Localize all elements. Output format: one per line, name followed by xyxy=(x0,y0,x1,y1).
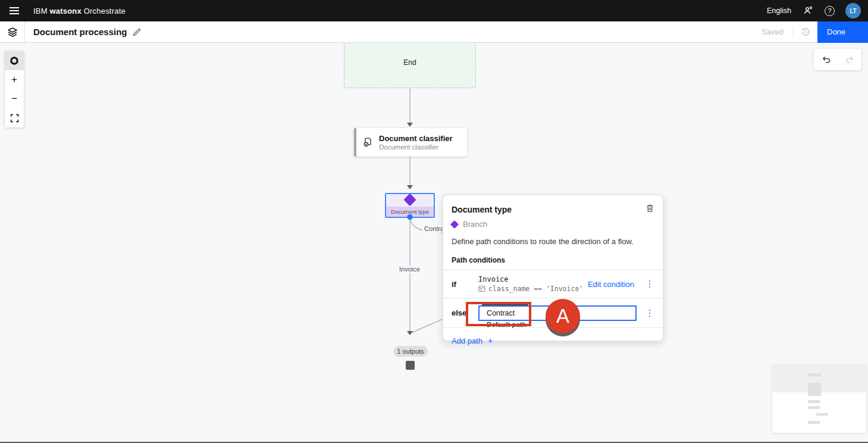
terminal-node[interactable] xyxy=(406,361,415,370)
document-classifier-icon xyxy=(362,137,373,148)
undo-redo-card xyxy=(814,49,861,70)
classifier-node-subtitle: Document classifier xyxy=(379,143,453,151)
panel-title: Document type xyxy=(452,205,512,214)
undo-button[interactable] xyxy=(817,51,834,68)
path-conditions-heading: Path conditions xyxy=(452,256,654,264)
branch-properties-panel: Document type Branch Define path conditi… xyxy=(443,195,663,341)
if-condition-row: if Invoice class_name == 'Invoice' Edit … xyxy=(443,270,663,298)
zoom-out-button[interactable]: − xyxy=(5,89,24,108)
panel-description: Define path conditions to route the dire… xyxy=(452,237,654,246)
else-overflow-menu-icon[interactable]: ⋮ xyxy=(645,308,654,319)
account-settings-button[interactable] xyxy=(802,5,814,17)
edge-label-invoice: Invoice xyxy=(397,266,422,273)
minimap-node xyxy=(808,373,821,376)
else-path-name-input[interactable] xyxy=(478,305,637,321)
saved-status-button: Saved xyxy=(752,27,793,36)
else-path-name-wrap: Default path A xyxy=(478,305,637,321)
else-keyword: else xyxy=(452,308,478,317)
minimap-node xyxy=(816,413,828,416)
layers-icon xyxy=(7,26,18,38)
classifier-node[interactable]: Document classifier Document classifier xyxy=(354,128,467,157)
page-title: Document processing xyxy=(33,27,127,37)
done-button[interactable]: Done xyxy=(817,21,868,43)
node-type-label: Branch xyxy=(463,220,487,229)
else-condition-row: else Default path A ⋮ xyxy=(443,298,663,328)
brand-prefix: IBM xyxy=(33,7,48,15)
default-path-underlay-label: Default path xyxy=(487,321,526,328)
end-node-label: End xyxy=(344,58,476,67)
flow-canvas[interactable]: End Document classifier Document classif… xyxy=(0,43,868,442)
delete-node-button[interactable] xyxy=(645,204,654,213)
add-path-link[interactable]: Add path xyxy=(452,336,482,345)
classifier-node-texts: Document classifier Document classifier xyxy=(379,134,453,151)
app-window: IBM watsonx Orchestrate English ? LT Doc… xyxy=(0,0,868,443)
brand-suffix: Orchestrate xyxy=(84,7,126,15)
language-selector[interactable]: English xyxy=(767,7,791,15)
branch-node[interactable]: Document type xyxy=(385,193,435,218)
branch-diamond-icon xyxy=(403,194,416,206)
edit-condition-link[interactable]: Edit condition xyxy=(588,280,634,289)
fit-to-screen-icon xyxy=(10,114,19,123)
flow-toolbar: Document processing Saved Done xyxy=(0,21,868,43)
header-actions: English ? LT xyxy=(767,3,868,18)
version-history-button[interactable] xyxy=(794,21,817,43)
zoom-out-icon: − xyxy=(11,93,17,105)
add-path-row: Add path + xyxy=(443,328,663,353)
center-view-button[interactable] xyxy=(5,51,24,70)
if-condition-summary: Invoice class_name == 'Invoice' xyxy=(478,275,588,293)
panel-header: Document type Branch Define path conditi… xyxy=(443,195,663,264)
locate-icon xyxy=(10,56,19,65)
avatar[interactable]: LT xyxy=(845,3,861,18)
hamburger-menu-button[interactable] xyxy=(0,0,29,21)
classifier-node-title: Document classifier xyxy=(379,134,453,143)
rename-flow-button[interactable] xyxy=(132,27,142,37)
flow-edges xyxy=(0,43,868,442)
help-icon: ? xyxy=(828,7,831,14)
app-title: IBM watsonx Orchestrate xyxy=(33,7,126,15)
minimap-node xyxy=(808,421,820,424)
top-header: IBM watsonx Orchestrate English ? LT xyxy=(0,0,868,21)
if-condition-name: Invoice xyxy=(478,275,588,283)
avatar-initials: LT xyxy=(850,8,856,14)
zoom-in-icon: + xyxy=(11,74,17,86)
fit-to-screen-button[interactable] xyxy=(5,108,24,127)
add-path-plus-icon[interactable]: + xyxy=(488,336,493,345)
if-overflow-menu-icon[interactable]: ⋮ xyxy=(645,279,654,289)
path-conditions-list: if Invoice class_name == 'Invoice' Edit … xyxy=(443,270,663,328)
user-settings-icon xyxy=(803,5,813,16)
help-button[interactable]: ? xyxy=(825,6,835,16)
toolbar-actions: Saved Done xyxy=(752,21,868,43)
canvas-zoom-toolbar: + − xyxy=(5,51,24,127)
minimap-node xyxy=(808,383,821,396)
redo-icon xyxy=(845,55,855,65)
minimap-node xyxy=(808,400,820,403)
if-keyword: if xyxy=(452,280,478,289)
outputs-pill[interactable]: 1 outputs xyxy=(393,346,428,357)
branch-type-icon xyxy=(450,220,459,228)
flow-list-button[interactable] xyxy=(0,21,25,43)
default-path-underlay-strip xyxy=(482,303,528,305)
undo-icon xyxy=(821,55,831,65)
brand-product: watsonx xyxy=(50,7,82,15)
expression-icon xyxy=(478,285,485,292)
history-icon xyxy=(801,27,811,37)
minimap[interactable] xyxy=(772,365,866,433)
branch-output-port[interactable] xyxy=(408,214,413,220)
redo-button[interactable] xyxy=(841,51,858,68)
edit-pencil-icon xyxy=(132,27,142,37)
zoom-in-button[interactable]: + xyxy=(5,70,24,89)
minimap-node xyxy=(808,406,820,409)
hamburger-icon xyxy=(10,7,19,14)
if-condition-expression: class_name == 'Invoice' xyxy=(488,285,583,293)
trash-icon xyxy=(645,204,654,213)
